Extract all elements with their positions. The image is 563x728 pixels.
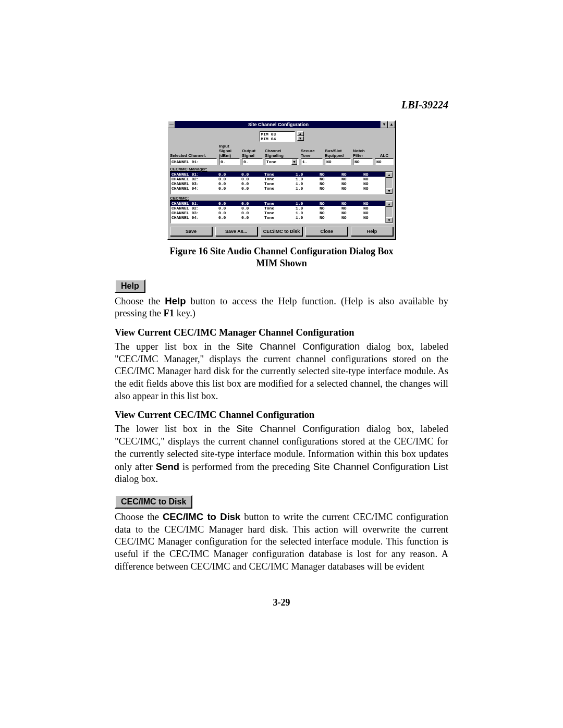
selected-channel-field[interactable]: CHANNEL 01: [170,158,217,165]
combo-value: Tone [266,159,291,165]
list-row[interactable]: CHANNEL 01:0.00.0Tone1.0NONONO [170,201,385,206]
help-pill: Help [115,279,145,293]
body-text: Choose the Help button to access the Hel… [115,295,448,320]
mim-list-item: MIM 04 [261,137,293,141]
col-header: Secure Tone [301,149,323,158]
col-header: ALC [375,153,394,158]
mim-list[interactable]: MIM 03 MIM 04 [260,131,295,142]
spin-up-icon[interactable]: ▲ [297,131,304,136]
body-text: Choose the CEC/IMC to Disk button to wri… [115,511,448,573]
mim-spinner[interactable]: ▲ ▼ [297,131,304,141]
minimize-icon[interactable]: ▾ [381,121,388,128]
titlebar: — Site Channel Configuration ▾ ▴ [168,121,395,128]
document-id: LBI-39224 [401,99,448,111]
dialog-title: Site Channel Configuration [176,122,381,127]
help-button[interactable]: Help [351,227,393,236]
body-text: The upper list box in the Site Channel C… [115,340,448,402]
list-row[interactable]: CHANNEL 03:0.00.0Tone1.0NONONO [170,181,385,186]
list-row[interactable]: CHANNEL 02:0.00.0Tone1.0NONONO [170,177,385,181]
close-button[interactable]: Close [305,227,348,236]
list-row[interactable]: CHANNEL 03:0.00.0Tone1.0NONONO [170,211,385,215]
manager-list[interactable]: CHANNEL 01:0.00.0Tone1.0NONONOCHANNEL 02… [170,171,393,194]
cecimc-to-disk-pill: CEC/IMC to Disk [115,495,192,509]
scroll-down-icon[interactable]: ▼ [386,217,393,223]
maximize-icon[interactable]: ▴ [388,121,395,128]
chevron-down-icon[interactable]: ▼ [291,159,297,165]
subheading: View Current CEC/IMC Channel Configurati… [115,410,448,421]
cecimc-list[interactable]: CHANNEL 01:0.00.0Tone1.0NONONOCHANNEL 02… [170,201,393,224]
secure-tone-field[interactable]: 1. [301,158,323,165]
col-header: Bus/Slot Equipped [325,149,351,158]
notch-field[interactable]: NO [353,158,373,165]
col-header: Channel Signaling [265,149,299,158]
list-row[interactable]: CHANNEL 02:0.00.0Tone1.0NONONO [170,206,385,211]
col-header: Notch Filter [353,149,373,158]
mim-list-item: MIM 03 [261,132,293,137]
scroll-up-icon[interactable]: ▲ [386,172,393,178]
manager-section-label: CEC/IMC Manager: [170,167,393,171]
cecimc-section-label: CEC/IMC: [170,196,393,201]
list-row[interactable]: CHANNEL 04:0.00.0Tone1.0NONONO [170,186,385,191]
system-menu-icon[interactable]: — [168,121,175,128]
save-button[interactable]: Save [170,227,212,236]
figure-caption: Figure 16 Site Audio Channel Configurati… [115,245,448,270]
channel-signaling-combo[interactable]: Tone ▼ [265,158,299,165]
cecimc-to-disk-button[interactable]: CEC/IMC to Disk [261,227,303,236]
spin-down-icon[interactable]: ▼ [297,136,304,141]
page-number: 3-29 [0,597,563,608]
scroll-down-icon[interactable]: ▼ [386,188,393,194]
scrollbar[interactable]: ▲ ▼ [385,172,393,194]
body-text: The lower list box in the Site Channel C… [115,423,448,485]
site-channel-config-dialog: — Site Channel Configuration ▾ ▴ MIM 03 … [167,120,396,240]
col-header: Input Signal (dBm) [219,144,240,158]
alc-field[interactable]: NO [375,158,394,165]
scrollbar[interactable]: ▲ ▼ [385,201,393,223]
col-header: Output Signal [242,149,263,158]
output-signal-field[interactable]: 0. [242,158,263,165]
list-row[interactable]: CHANNEL 04:0.00.0Tone1.0NONONO [170,215,385,220]
subheading: View Current CEC/IMC Manager Channel Con… [115,327,448,338]
scroll-up-icon[interactable]: ▲ [386,201,393,207]
save-as-button[interactable]: Save As... [215,227,258,236]
busslot-field[interactable]: NO [325,158,351,165]
list-row[interactable]: CHANNEL 01:0.00.0Tone1.0NONONO [170,172,385,177]
col-header: Selected Channel: [170,153,217,158]
input-signal-field[interactable]: 0. [219,158,240,165]
